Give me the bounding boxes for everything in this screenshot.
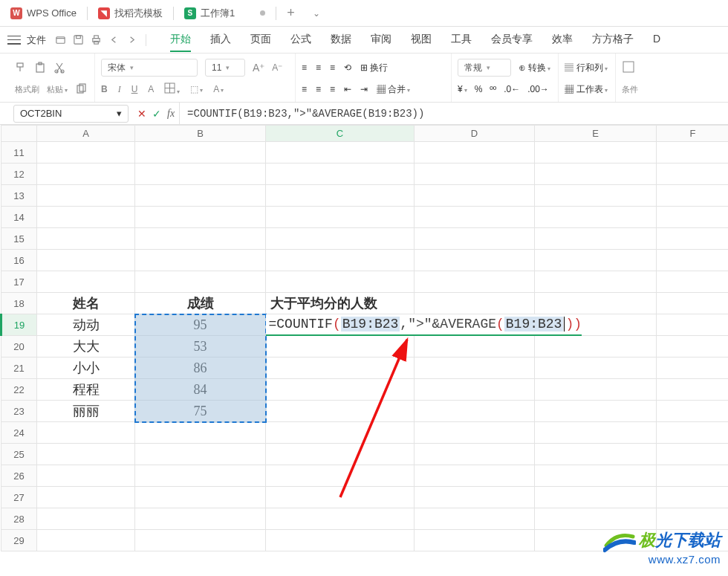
cell-E15[interactable] xyxy=(535,228,657,250)
underline-button[interactable]: U xyxy=(131,84,138,94)
tab-formula[interactable]: 公式 xyxy=(290,28,311,52)
merge-button[interactable]: ▦ 合并▾ xyxy=(377,83,410,96)
tab-member[interactable]: 会员专享 xyxy=(491,28,533,52)
tab-tools[interactable]: 工具 xyxy=(451,28,472,52)
align-left-icon[interactable]: ≡ xyxy=(302,84,307,94)
row-header[interactable]: 21 xyxy=(1,357,37,379)
print-button[interactable] xyxy=(88,32,104,48)
align-bottom-icon[interactable]: ≡ xyxy=(330,62,335,73)
cell-F23[interactable] xyxy=(657,401,729,422)
cell-D25[interactable] xyxy=(415,444,535,465)
font-size-combo[interactable]: 11▾ xyxy=(205,59,245,77)
convert-button[interactable]: ⊕ 转换▾ xyxy=(519,62,550,74)
cell-E16[interactable] xyxy=(535,250,657,271)
cell-B21[interactable]: 86 xyxy=(135,357,266,379)
cell-B14[interactable] xyxy=(135,207,266,228)
currency-icon[interactable]: ¥▾ xyxy=(458,84,467,94)
cell-B24[interactable] xyxy=(135,422,266,444)
cell-C26[interactable] xyxy=(266,465,415,487)
cell-E18[interactable] xyxy=(535,293,657,314)
cell-D28[interactable] xyxy=(415,508,535,530)
cell-C23[interactable] xyxy=(266,401,415,422)
row-header[interactable]: 22 xyxy=(1,379,37,401)
cell-C11[interactable] xyxy=(266,142,415,164)
cell-C25[interactable] xyxy=(266,444,415,465)
tab-data[interactable]: 数据 xyxy=(331,28,351,52)
cut-button[interactable] xyxy=(53,59,65,77)
cell-A29[interactable] xyxy=(37,530,135,551)
cell-D27[interactable] xyxy=(415,487,535,508)
cell-E22[interactable] xyxy=(535,379,657,401)
cell-E27[interactable] xyxy=(535,487,657,508)
cell-D29[interactable] xyxy=(415,530,535,551)
cell-E13[interactable] xyxy=(535,185,657,207)
row-header[interactable]: 27 xyxy=(1,487,37,508)
align-right-icon[interactable]: ≡ xyxy=(330,84,335,94)
select-all-corner[interactable] xyxy=(1,126,37,142)
cell-B23[interactable]: 75 xyxy=(135,401,266,422)
comma-icon[interactable]: ºº xyxy=(490,84,496,94)
cell-B19[interactable]: 95 xyxy=(135,314,266,336)
cell-F17[interactable] xyxy=(657,271,729,293)
cell-B13[interactable] xyxy=(135,185,266,207)
cell-F22[interactable] xyxy=(657,379,729,401)
open-button[interactable] xyxy=(52,32,68,48)
tab-efficiency[interactable]: 效率 xyxy=(552,28,573,52)
cell-C15[interactable] xyxy=(266,228,415,250)
fx-icon[interactable]: fx xyxy=(167,108,175,120)
row-header[interactable]: 12 xyxy=(1,164,37,185)
cell-E17[interactable] xyxy=(535,271,657,293)
align-middle-icon[interactable]: ≡ xyxy=(316,62,321,73)
cell-D11[interactable] xyxy=(415,142,535,164)
cell-F15[interactable] xyxy=(657,228,729,250)
cell-F25[interactable] xyxy=(657,444,729,465)
cell-F14[interactable] xyxy=(657,207,729,228)
cell-A12[interactable] xyxy=(37,164,135,185)
cell-C14[interactable] xyxy=(266,207,415,228)
col-header-A[interactable]: A xyxy=(37,126,135,142)
cell-E26[interactable] xyxy=(535,465,657,487)
col-header-E[interactable]: E xyxy=(535,126,657,142)
formula-cancel-button[interactable]: ✕ xyxy=(137,108,146,120)
italic-button[interactable]: I xyxy=(118,84,121,95)
cell-E20[interactable] xyxy=(535,336,657,357)
row-header[interactable]: 29 xyxy=(1,530,37,551)
row-header[interactable]: 19 xyxy=(1,314,37,336)
cell-B18[interactable]: 成绩 xyxy=(135,293,266,314)
font-name-combo[interactable]: 宋体▾ xyxy=(101,59,198,77)
cell-E24[interactable] xyxy=(535,422,657,444)
row-header[interactable]: 24 xyxy=(1,422,37,444)
cell-A25[interactable] xyxy=(37,444,135,465)
cell-D20[interactable] xyxy=(415,336,535,357)
cell-E25[interactable] xyxy=(535,444,657,465)
cell-B26[interactable] xyxy=(135,465,266,487)
cell-F21[interactable] xyxy=(657,357,729,379)
col-header-F[interactable]: F xyxy=(657,126,729,142)
app-tab-template[interactable]: ◥ 找稻壳模板 xyxy=(88,0,173,26)
cell-A15[interactable] xyxy=(37,228,135,250)
cond-format-icon[interactable] xyxy=(622,60,635,76)
cell-F20[interactable] xyxy=(657,336,729,357)
new-tab-button[interactable]: + xyxy=(276,5,305,21)
cell-E21[interactable] xyxy=(535,357,657,379)
wrap-text-button[interactable]: ⊞ 换行 xyxy=(360,62,388,74)
cell-A22[interactable]: 程程 xyxy=(37,379,135,401)
indent-decrease-icon[interactable]: ⇤ xyxy=(344,84,351,94)
cell-E12[interactable] xyxy=(535,164,657,185)
indent-increase-icon[interactable]: ⇥ xyxy=(360,84,368,94)
rowcol-button[interactable]: ▤ 行和列▾ xyxy=(565,62,607,74)
align-center-icon[interactable]: ≡ xyxy=(316,84,321,94)
cell-C16[interactable] xyxy=(266,250,415,271)
cell-C21[interactable] xyxy=(266,357,415,379)
cell-F12[interactable] xyxy=(657,164,729,185)
cell-B28[interactable] xyxy=(135,508,266,530)
cell-D16[interactable] xyxy=(415,250,535,271)
cell-F11[interactable] xyxy=(657,142,729,164)
col-header-C[interactable]: C xyxy=(266,126,415,142)
paste-label[interactable]: 粘贴▾ xyxy=(47,84,68,95)
align-top-icon[interactable]: ≡ xyxy=(302,62,307,73)
col-header-B[interactable]: B xyxy=(135,126,266,142)
cell-F19[interactable] xyxy=(657,314,729,336)
cell-A17[interactable] xyxy=(37,271,135,293)
row-header[interactable]: 15 xyxy=(1,228,37,250)
